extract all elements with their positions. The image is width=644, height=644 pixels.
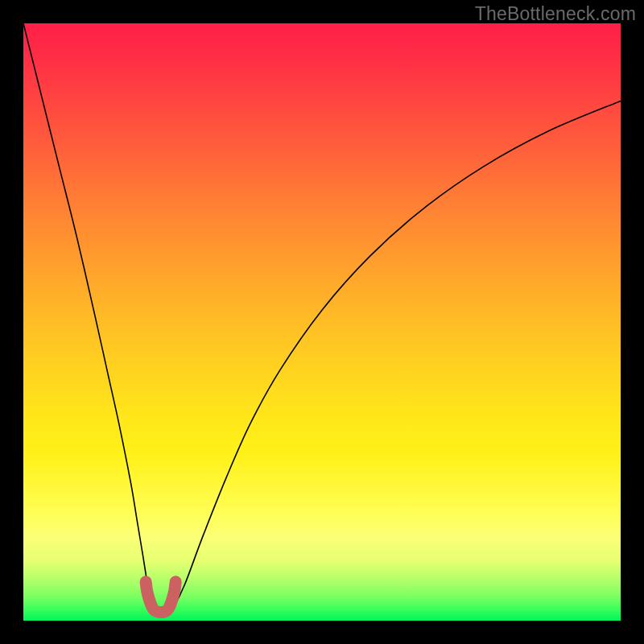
chart-frame: TheBottleneck.com [0,0,644,644]
watermark-text: TheBottleneck.com [475,3,636,25]
chart-plot-area [23,23,621,621]
optimal-marker-path [146,582,175,613]
chart-svg [23,23,621,621]
bottleneck-curve-path [23,23,621,616]
